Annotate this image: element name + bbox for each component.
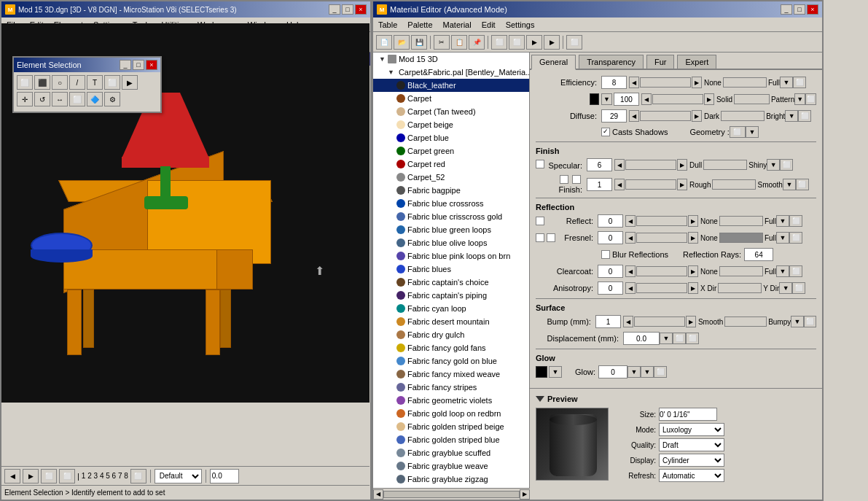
bump-extra-btn[interactable]: ⬜ <box>804 316 816 327</box>
color-slider-left[interactable]: ◀ <box>641 93 652 105</box>
glow-color-swatch[interactable] <box>536 366 547 378</box>
finish-slider-right[interactable]: ▶ <box>677 179 687 190</box>
glow-options-btn[interactable]: ▼ <box>641 366 654 378</box>
fresnel-input[interactable] <box>598 231 623 244</box>
tree-item-fabric-grayblue-weave[interactable]: Fabric grayblue weave <box>373 459 529 473</box>
tree-item-carpet-beige[interactable]: Carpet beige <box>373 118 529 131</box>
finish-full-slider[interactable] <box>712 179 756 190</box>
efficiency-slider-left[interactable]: ◀ <box>629 77 639 88</box>
clearcoat-slider-left[interactable]: ◀ <box>625 265 636 277</box>
color-extra-btn[interactable]: ⬜ <box>805 93 816 105</box>
anisotropy-extra-btn[interactable]: ⬜ <box>792 282 805 294</box>
displacement-options-btn[interactable]: ▼ <box>660 333 673 344</box>
elem-btn-arc[interactable]: / <box>69 75 85 90</box>
mat-menu-material[interactable]: Material <box>441 20 474 30</box>
mat-tb-new[interactable]: 📄 <box>376 35 392 50</box>
tree-item-fabric-grayblue-scuffed[interactable]: Fabric grayblue scuffed <box>373 446 529 459</box>
tree-item-fabric-blue-cross-gold[interactable]: Fabric blue crisscross gold <box>373 210 529 223</box>
displacement-input[interactable] <box>623 332 660 345</box>
element-panel-maximize[interactable]: □ <box>133 60 144 70</box>
tree-item-black-leather[interactable]: Black_leather <box>373 79 529 92</box>
diffuse-full-slider[interactable] <box>721 111 765 121</box>
bottom-dropdown[interactable]: Default <box>155 469 202 483</box>
glow-extra-btn[interactable]: ⬜ <box>654 366 667 378</box>
casts-shadows-checkbox[interactable] <box>601 128 610 136</box>
color-input[interactable] <box>614 93 639 106</box>
mat-menu-table[interactable]: Table <box>376 20 399 30</box>
specular-options-btn[interactable]: ▼ <box>767 159 780 171</box>
tree-item-fabric-fancy-gold-fans[interactable]: Fabric fancy gold fans <box>373 341 529 354</box>
elem-btn-fence[interactable]: ⬜ <box>104 75 120 90</box>
tree-item-fabric-blue-pink[interactable]: Fabric blue pink loops on brn <box>373 249 529 263</box>
diffuse-input[interactable] <box>601 109 627 123</box>
tree-item-fabric-cyan[interactable]: Fabric cyan loop <box>373 302 529 315</box>
tree-item-fabric-captains-piping[interactable]: Fabric captain's piping <box>373 289 529 302</box>
clearcoat-extra-btn[interactable]: ⬜ <box>789 265 802 277</box>
efficiency-full-slider[interactable] <box>723 77 767 88</box>
elem-btn-mirror[interactable]: ⬜ <box>69 92 85 106</box>
specular-extra-btn[interactable]: ⬜ <box>780 159 793 171</box>
color-slider-right[interactable]: ▶ <box>704 93 714 105</box>
specular-slider-right[interactable]: ▶ <box>677 159 687 171</box>
close-button[interactable]: × <box>355 4 367 15</box>
blur-reflections-checkbox[interactable] <box>601 250 610 259</box>
diffuse-extra-btn[interactable]: ⬜ <box>798 110 811 122</box>
reflect-input[interactable] <box>598 214 623 228</box>
anisotropy-slider-left[interactable]: ◀ <box>625 282 636 294</box>
tab-fur[interactable]: Fur <box>646 55 675 69</box>
mat-tb-paste[interactable]: 📌 <box>469 35 485 50</box>
bottom-btn-2[interactable]: ▶ <box>23 469 39 483</box>
diffuse-slider-track[interactable] <box>640 111 691 121</box>
elem-btn-circle[interactable]: ○ <box>52 75 68 90</box>
finish-input[interactable] <box>587 178 612 191</box>
reflection-rays-input[interactable] <box>744 248 773 261</box>
preview-refresh-select[interactable]: Automatic Manual <box>659 469 724 482</box>
minimize-button[interactable]: _ <box>329 4 340 15</box>
tree-item-fabric-golden-beige[interactable]: Fabric golden striped beige <box>373 420 529 433</box>
tree-item-fabric-blue-cross[interactable]: Fabric blue crossross <box>373 197 529 210</box>
elem-btn-scale[interactable]: ↔ <box>52 92 68 106</box>
tree-item-fabric-geo-violets[interactable]: Fabric geometric violets <box>373 394 529 407</box>
tree-item-fabric-gold-loop-red[interactable]: Fabric gold loop on redbrn <box>373 407 529 420</box>
finish-slider-track[interactable] <box>625 179 676 190</box>
color-full-slider[interactable] <box>734 94 770 104</box>
preview-collapse-triangle[interactable] <box>536 396 544 402</box>
elem-btn-text[interactable]: T <box>87 75 103 90</box>
elem-btn-select[interactable]: ⬜ <box>17 75 33 90</box>
glow-dropdown-btn[interactable]: ▼ <box>549 366 562 378</box>
color-dropdown-btn[interactable]: ▼ <box>601 93 612 105</box>
diffuse-slider-right[interactable]: ▶ <box>692 110 702 122</box>
tab-expert[interactable]: Expert <box>677 55 716 69</box>
fresnel-slider-left[interactable]: ◀ <box>625 232 636 244</box>
mat-minimize-button[interactable]: _ <box>781 4 792 15</box>
tree-scroll-left-btn[interactable]: ◀ <box>373 489 383 500</box>
reflect-checkbox[interactable] <box>536 217 544 225</box>
glow-dropdown-btn-2[interactable]: ▼ <box>627 366 641 378</box>
tree-item-carpet-red[interactable]: Carpet red <box>373 158 529 171</box>
mat-tb-btn-1[interactable]: ⬜ <box>491 35 507 50</box>
tree-item-carpet-52[interactable]: Carpet_52 <box>373 171 529 184</box>
tree-item-fabric-blue-olive[interactable]: Fabric blue olive loops <box>373 236 529 249</box>
reflect-slider-track[interactable] <box>636 216 687 226</box>
element-panel-minimize[interactable]: _ <box>120 60 131 70</box>
tree-root[interactable]: ▼ Mod 15 3D <box>373 53 529 66</box>
clearcoat-options-btn[interactable]: ▼ <box>776 265 789 277</box>
geometry-btn[interactable]: ⬜ <box>730 126 746 138</box>
color-swatch[interactable] <box>590 93 599 105</box>
tree-item-fabric-blue-green[interactable]: Fabric blue green loops <box>373 223 529 236</box>
finish-slider-left[interactable]: ◀ <box>614 179 625 190</box>
bump-options-btn[interactable]: ▼ <box>791 316 803 327</box>
tree-item-fabric-golden-blue[interactable]: Fabric golden striped blue <box>373 433 529 446</box>
elem-btn-delete[interactable]: 🔷 <box>87 92 103 106</box>
efficiency-input[interactable] <box>601 76 627 89</box>
mat-tb-save[interactable]: 💾 <box>411 35 427 50</box>
fresnel-extra-btn[interactable]: ⬜ <box>789 232 802 244</box>
tree-item-fabric-grayblue-zigzag[interactable]: Fabric grayblue zigzag <box>373 473 529 486</box>
tree-item-fabric-fancy-gold-blue[interactable]: Fabric fancy gold on blue <box>373 354 529 368</box>
tree-item-fabric-desert[interactable]: Fabric desert mountain <box>373 315 529 328</box>
tree-item-fabric-captains-choice[interactable]: Fabric captain's choice <box>373 276 529 289</box>
reflect-slider-left[interactable]: ◀ <box>625 215 636 227</box>
tab-general[interactable]: General <box>531 55 576 70</box>
elem-btn-rotate[interactable]: ↺ <box>34 92 50 106</box>
finish-checkbox[interactable] <box>560 175 568 184</box>
